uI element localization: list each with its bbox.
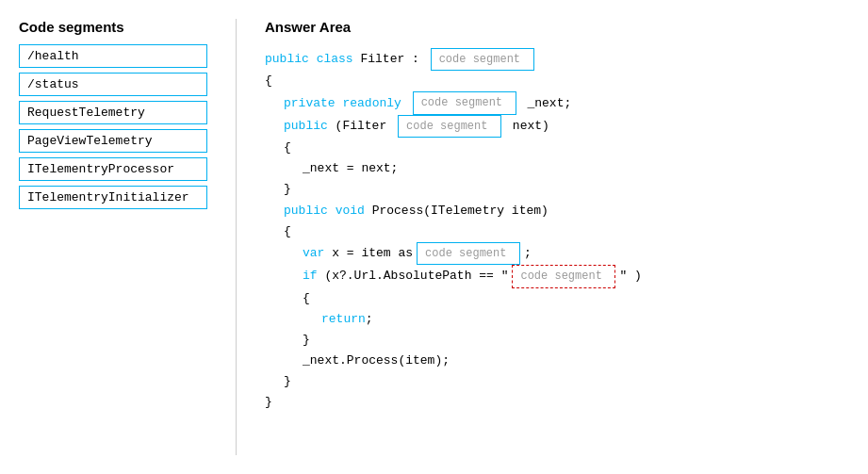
segment-itelementryprocessor[interactable]: ITelementryProcessor (19, 157, 207, 181)
kw-var: var (303, 243, 324, 264)
code-line-7: } (265, 179, 849, 200)
kw-class: class (317, 49, 353, 70)
code-line-2: { (265, 71, 849, 91)
code-line-17: } (265, 392, 849, 413)
answer-area-panel: Answer Area public class Filter : code s… (265, 19, 849, 455)
code-line-11: if (x?.Url.AbsolutePath == " code segmen… (265, 265, 849, 287)
code-line-8: public void Process(ITelemetry item) (265, 201, 849, 221)
segment-status[interactable]: /status (19, 73, 207, 96)
code-segment-list: /health /status RequestTelemetry PageVie… (19, 44, 207, 209)
panel-divider (236, 19, 237, 455)
code-area: public class Filter : code segment { pri… (265, 48, 849, 413)
code-segments-panel: Code segments /health /status RequestTel… (19, 19, 207, 455)
kw-void: void (336, 201, 365, 221)
code-line-12: { (265, 288, 849, 309)
code-line-14: } (265, 330, 849, 351)
kw-return: return (321, 309, 366, 330)
kw-if: if (303, 266, 318, 286)
segment-health[interactable]: /health (19, 44, 207, 68)
slot-5[interactable]: code segment (512, 265, 615, 287)
slot-1[interactable]: code segment (431, 48, 534, 71)
segment-request-telemetry[interactable]: RequestTelemetry (19, 101, 207, 124)
code-line-3: private readonly code segment _next; (265, 91, 849, 114)
code-line-6: _next = next; (265, 158, 849, 179)
segment-itelementry-initializer[interactable]: ITelementryInitializer (19, 186, 207, 209)
slot-3[interactable]: code segment (398, 115, 501, 138)
code-line-4: public (Filter code segment next) (265, 115, 849, 138)
kw-readonly: readonly (342, 93, 401, 114)
code-line-13: return ; (265, 309, 849, 330)
code-segments-title: Code segments (19, 19, 207, 35)
code-line-9: { (265, 221, 849, 242)
slot-2[interactable]: code segment (413, 91, 516, 114)
kw-private: private (284, 93, 336, 114)
code-line-1: public class Filter : code segment (265, 48, 849, 71)
code-line-10: var x = item as code segment ; (265, 242, 849, 265)
kw-public-3: public (284, 201, 328, 221)
code-line-5: { (265, 138, 849, 158)
kw-public-1: public (265, 49, 309, 70)
slot-4[interactable]: code segment (417, 242, 520, 265)
kw-public-2: public (284, 116, 328, 137)
segment-pageview-telemetry[interactable]: PageViewTelemetry (19, 129, 207, 153)
answer-area-title: Answer Area (265, 19, 849, 35)
code-line-15: _next.Process(item); (265, 351, 849, 371)
code-line-16: } (265, 371, 849, 392)
